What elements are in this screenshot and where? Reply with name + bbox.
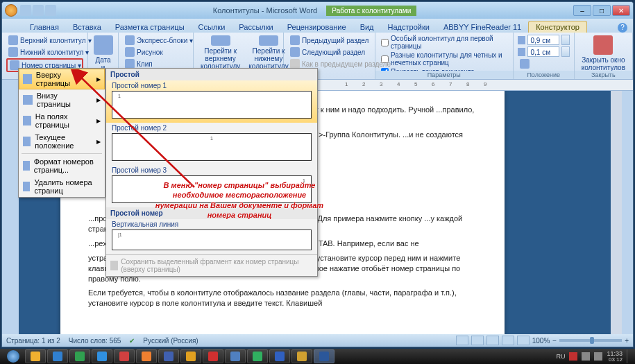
office-button[interactable] <box>5 4 17 17</box>
save-icon <box>110 261 118 270</box>
margin-bottom-icon <box>518 48 526 56</box>
tab-references[interactable]: Ссылки <box>192 21 232 33</box>
footer-from-bottom-spinner[interactable]: 0,1 см <box>518 46 570 57</box>
menu-bottom-of-page[interactable]: Внизу страницы▶ <box>19 89 105 110</box>
minimize-button[interactable]: – <box>573 5 591 16</box>
close-button[interactable]: ✕ <box>612 5 630 16</box>
menu-top-of-page[interactable]: Вверху страницы▶ <box>19 69 105 89</box>
zoom-in-button[interactable]: + <box>625 337 629 345</box>
gallery-save-selection[interactable]: Сохранить выделенный фрагмент как номер … <box>106 254 317 276</box>
close-hf-icon <box>593 35 613 55</box>
zoom-level[interactable]: 100% <box>532 337 550 345</box>
taskbar-app[interactable] <box>25 349 46 363</box>
menu-remove-page-numbers[interactable]: Удалить номера страниц <box>19 176 105 197</box>
print-layout-view-button[interactable] <box>456 336 468 345</box>
next-icon <box>290 47 300 57</box>
calendar-icon <box>94 35 113 55</box>
page-indicator[interactable]: Страница: 1 из 2 <box>6 337 60 345</box>
taskbar-app[interactable] <box>269 349 290 363</box>
outline-view-button[interactable] <box>502 336 514 345</box>
taskbar-app[interactable] <box>47 349 68 363</box>
gallery-item-plain-3[interactable]: Простой номер 3 1 <box>106 165 317 207</box>
title-bar: Колонтитулы - Microsoft Word Работа с ко… <box>2 2 633 19</box>
system-tray: RU 11:33 03 12 <box>556 349 632 363</box>
word-count[interactable]: Число слов: 565 <box>69 337 121 345</box>
tab-design[interactable]: Конструктор <box>528 21 587 33</box>
tab-review[interactable]: Рецензирование <box>280 21 353 33</box>
tab-insert[interactable]: Вставка <box>66 21 108 33</box>
taskbar-word[interactable] <box>314 349 335 363</box>
gallery-item-plain-2[interactable]: Простой номер 2 1 <box>106 123 317 165</box>
taskbar-app[interactable] <box>158 349 179 363</box>
status-bar: Страница: 1 из 2 Число слов: 565 ✔ Русск… <box>2 334 633 347</box>
cursor-icon <box>23 137 31 146</box>
vertical-scrollbar[interactable] <box>611 91 622 334</box>
start-button[interactable] <box>3 349 24 364</box>
tray-network-icon[interactable] <box>582 352 590 361</box>
web-layout-view-button[interactable] <box>486 336 499 345</box>
quick-access-toolbar <box>20 5 56 16</box>
tab-page-layout[interactable]: Разметка страницы <box>108 21 192 33</box>
draft-view-button[interactable] <box>517 336 530 345</box>
options-group-label: Параметры <box>375 71 513 79</box>
tray-date[interactable]: 03 12 <box>607 357 623 363</box>
menu-current-position[interactable]: Текущее положение▶ <box>19 131 105 152</box>
next-section-button[interactable]: Следующий раздел <box>288 46 371 58</box>
windows-logo-icon <box>7 350 19 363</box>
full-screen-view-button[interactable] <box>471 336 484 345</box>
context-tab-title: Работа с колонтитулами <box>326 6 416 16</box>
taskbar-app[interactable] <box>114 349 135 363</box>
maximize-button[interactable]: □ <box>593 5 611 16</box>
undo-icon[interactable] <box>33 5 44 16</box>
page-number-menu: Вверху страницы▶ Внизу страницы▶ На поля… <box>18 68 105 198</box>
tab-mailings[interactable]: Рассылки <box>232 21 280 33</box>
taskbar-app[interactable] <box>180 349 201 363</box>
insert-alignment-tab-button[interactable] <box>518 58 570 69</box>
windows-taskbar: RU 11:33 03 12 <box>0 349 635 364</box>
gallery-item-plain-1[interactable]: Простой номер 1 1 <box>106 80 317 123</box>
spell-check-icon[interactable]: ✔ <box>129 337 135 345</box>
save-icon[interactable] <box>20 5 31 16</box>
picture-button[interactable]: Рисунок <box>123 46 189 58</box>
taskbar-app[interactable] <box>291 349 312 363</box>
tab-addins[interactable]: Надстройки <box>381 21 437 33</box>
redo-icon[interactable] <box>45 5 56 16</box>
show-desktop-button[interactable] <box>627 349 632 363</box>
language-indicator[interactable]: Русский (Россия) <box>143 337 198 345</box>
header-from-top-spinner[interactable]: 0,9 см <box>518 35 570 45</box>
taskbar-app[interactable] <box>69 349 90 363</box>
menu-format-page-numbers[interactable]: Формат номеров страниц... <box>19 155 105 176</box>
page-number-gallery: Простой Простой номер 1 1 Простой номер … <box>105 68 318 277</box>
previous-section-button[interactable]: Предыдущий раздел <box>288 35 371 46</box>
margin-top-icon <box>518 36 526 44</box>
menu-page-margins[interactable]: На полях страницы▶ <box>19 110 105 131</box>
zoom-slider[interactable] <box>559 339 622 342</box>
goto-header-button[interactable]: Перейти к верхнему колонтитулу <box>196 34 244 71</box>
zoom-out-button[interactable]: − <box>552 337 557 345</box>
help-icon[interactable]: ? <box>618 23 627 33</box>
header-icon <box>8 35 18 45</box>
taskbar-app[interactable] <box>247 349 268 363</box>
tray-volume-icon[interactable] <box>594 352 602 361</box>
different-odd-even-checkbox[interactable]: Разные колонтитулы для четных и нечетных… <box>380 51 509 67</box>
tab-icon <box>520 59 530 69</box>
header-button[interactable]: Верхний колонтитул ▾ <box>6 35 83 46</box>
taskbar-app[interactable] <box>225 349 246 363</box>
tab-abbyy[interactable]: ABBYY FineReader 11 <box>437 21 528 33</box>
close-header-footer-button[interactable]: Закрыть окно колонтитулов <box>577 34 629 73</box>
goto-header-icon <box>211 35 230 46</box>
tray-flag-icon[interactable] <box>569 352 577 361</box>
tab-home[interactable]: Главная <box>23 21 66 33</box>
link-icon <box>290 59 300 69</box>
taskbar-app[interactable] <box>203 349 223 363</box>
gallery-item-vertical-line[interactable]: Вертикальная линия |1 <box>106 219 317 254</box>
footer-button[interactable]: Нижний колонтитул ▾ <box>6 46 83 58</box>
taskbar-app[interactable] <box>136 349 157 363</box>
blocks-icon <box>125 35 135 45</box>
quick-parts-button[interactable]: Экспресс-блоки ▾ <box>123 35 189 46</box>
tab-view[interactable]: Вид <box>353 21 381 33</box>
taskbar-app[interactable] <box>92 349 112 363</box>
tray-language[interactable]: RU <box>556 353 565 360</box>
picture-icon <box>125 47 135 57</box>
different-first-page-checkbox[interactable]: Особый колонтитул для первой страницы <box>380 35 509 50</box>
